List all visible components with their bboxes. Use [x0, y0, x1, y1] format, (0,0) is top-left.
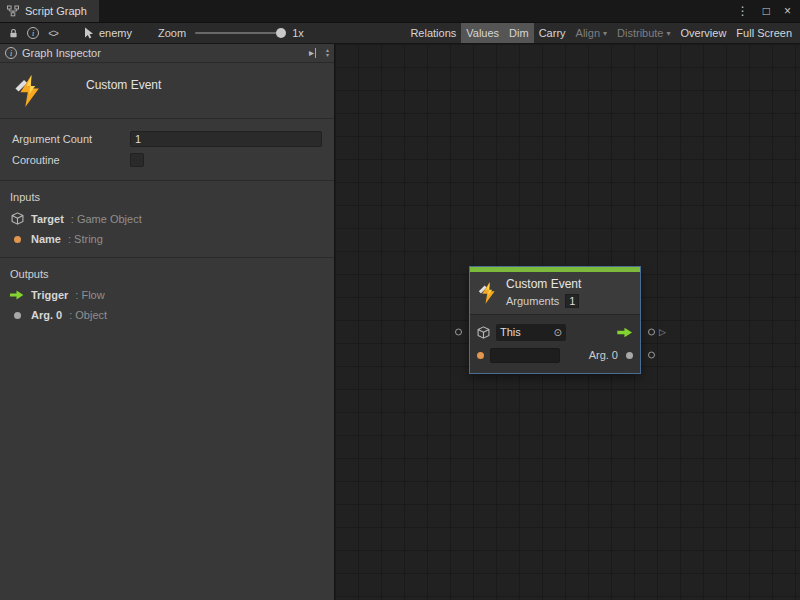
values-button[interactable]: Values — [461, 23, 504, 43]
distribute-label: Distribute — [617, 27, 663, 39]
output-connector[interactable] — [648, 329, 655, 336]
argument-count-row: Argument Count — [12, 128, 322, 149]
argument-count-label: Argument Count — [12, 133, 130, 145]
value-port-icon — [10, 312, 24, 319]
trigger-port-row: This ⊙ ▷ — [477, 322, 633, 342]
full-screen-button[interactable]: Full Screen — [731, 23, 797, 43]
arguments-value[interactable]: 1 — [565, 294, 579, 308]
custom-event-node[interactable]: Custom Event Arguments 1 This ⊙ — [470, 267, 640, 373]
code-icon: <> — [48, 28, 58, 39]
port-type: : Object — [69, 309, 107, 321]
input-port-target: Target : Game Object — [0, 208, 334, 229]
cube-icon — [477, 326, 490, 339]
cursor-icon — [83, 27, 94, 39]
info-icon: i — [27, 27, 39, 39]
dock-panel-icon[interactable]: ▸ — [309, 48, 316, 58]
graph-canvas[interactable]: Custom Event Arguments 1 This ⊙ — [335, 44, 800, 600]
relations-button[interactable]: Relations — [405, 23, 461, 43]
flow-triangle-icon: ▷ — [659, 327, 666, 337]
scroll-spinner[interactable]: ▴ ▾ — [326, 48, 329, 58]
graph-inspector-header: i Graph Inspector ▸ ▴ ▾ — [0, 44, 334, 63]
object-picker-icon[interactable]: ⊙ — [554, 327, 562, 338]
unity-script-graph-window: { "colors": { "event_accent": "#7CBA3B",… — [0, 0, 800, 600]
output-port-arg0: Arg. 0 : Object — [0, 305, 334, 325]
input-connector[interactable] — [455, 329, 462, 336]
code-view-button[interactable]: <> — [43, 24, 63, 42]
value-port-icon[interactable] — [477, 352, 484, 359]
spin-down-icon[interactable]: ▾ — [326, 53, 329, 58]
value-port-icon — [10, 236, 24, 243]
breadcrumb-label: enemy — [99, 27, 132, 39]
flow-arrow-icon — [10, 290, 24, 300]
dim-button[interactable]: Dim — [504, 23, 534, 43]
carry-label: Carry — [539, 27, 566, 39]
lock-icon — [8, 28, 19, 39]
input-port-name: Name : String — [0, 229, 334, 249]
value-port-icon[interactable] — [626, 352, 633, 359]
name-value-input[interactable] — [490, 348, 560, 363]
graph-icon — [7, 5, 19, 17]
tab-script-graph[interactable]: Script Graph — [0, 0, 99, 22]
zoom-label: Zoom — [158, 27, 186, 39]
port-type: : Flow — [75, 289, 104, 301]
panel-header-controls: ▸ ▴ ▾ — [309, 48, 329, 58]
port-name: Name — [31, 233, 61, 245]
graph-inspector-panel: i Graph Inspector ▸ ▴ ▾ Custom Event Arg… — [0, 44, 335, 600]
tab-label: Script Graph — [25, 5, 87, 17]
target-value: This — [500, 326, 551, 338]
overview-label: Overview — [681, 27, 727, 39]
port-name: Trigger — [31, 289, 68, 301]
arg0-port-row: Arg. 0 — [477, 345, 633, 365]
inspector-toggle-button[interactable]: i — [23, 24, 43, 42]
maximize-icon[interactable]: □ — [763, 4, 770, 18]
unit-header: Custom Event — [0, 63, 334, 118]
breadcrumb[interactable]: enemy — [83, 27, 132, 39]
zoom-control: Zoom 1x — [158, 27, 304, 39]
titlebar: Script Graph ⋮ □ × — [0, 0, 800, 22]
graph-toolbar: i <> enemy Zoom 1x Relations Values Dim … — [0, 22, 800, 44]
output-port-trigger: Trigger : Flow — [0, 285, 334, 305]
output-connector[interactable] — [648, 352, 655, 359]
port-type: : String — [68, 233, 103, 245]
info-icon: i — [5, 47, 17, 59]
chevron-down-icon: ▾ — [667, 29, 671, 38]
zoom-value: 1x — [292, 27, 304, 39]
flow-arrow-icon — [617, 327, 633, 338]
zoom-slider[interactable] — [195, 32, 283, 34]
align-label: Align — [576, 27, 600, 39]
coroutine-checkbox[interactable] — [130, 153, 144, 167]
dim-label: Dim — [509, 27, 529, 39]
node-header[interactable]: Custom Event Arguments 1 — [470, 272, 640, 314]
custom-event-icon — [14, 75, 44, 107]
close-icon[interactable]: × — [784, 4, 791, 18]
window-controls: ⋮ □ × — [737, 0, 800, 22]
custom-event-icon — [478, 282, 498, 304]
port-type: : Game Object — [71, 213, 142, 225]
relations-label: Relations — [410, 27, 456, 39]
zoom-slider-knob[interactable] — [276, 28, 286, 38]
carry-button[interactable]: Carry — [534, 23, 571, 43]
unit-fields: Argument Count Coroutine — [0, 119, 334, 180]
argument-count-input[interactable] — [130, 131, 322, 147]
inputs-heading: Inputs — [0, 181, 334, 208]
node-body: This ⊙ ▷ Arg. 0 — [470, 314, 640, 373]
arg0-label: Arg. 0 — [589, 349, 618, 361]
outputs-heading: Outputs — [0, 258, 334, 285]
arguments-label: Arguments — [506, 295, 559, 307]
target-dropdown[interactable]: This ⊙ — [496, 324, 566, 341]
align-button[interactable]: Align ▾ — [571, 23, 612, 43]
node-header-text: Custom Event Arguments 1 — [506, 277, 581, 308]
coroutine-row: Coroutine — [12, 149, 322, 170]
coroutine-label: Coroutine — [12, 154, 130, 166]
full-screen-label: Full Screen — [736, 27, 792, 39]
window-menu-icon[interactable]: ⋮ — [737, 4, 749, 18]
unit-title: Custom Event — [86, 78, 161, 92]
toolbar-buttons: Relations Values Dim Carry Align ▾ Distr… — [405, 23, 797, 43]
port-name: Arg. 0 — [31, 309, 62, 321]
overview-button[interactable]: Overview — [676, 23, 732, 43]
panel-title: Graph Inspector — [22, 47, 101, 59]
port-name: Target — [31, 213, 64, 225]
distribute-button[interactable]: Distribute ▾ — [612, 23, 675, 43]
lock-button[interactable] — [3, 24, 23, 42]
cube-icon — [10, 212, 24, 225]
